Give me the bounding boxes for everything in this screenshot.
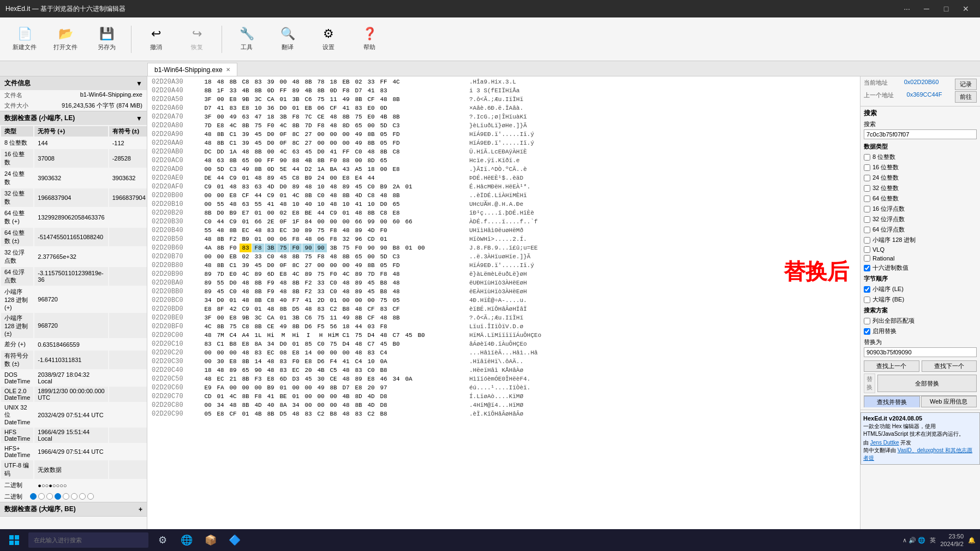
hex-byte[interactable]: 39 bbox=[240, 139, 252, 147]
hex-byte[interactable]: EC bbox=[277, 226, 289, 235]
hex-byte[interactable]: 0D bbox=[327, 86, 339, 95]
hex-byte[interactable]: 4C bbox=[240, 270, 252, 279]
hex-byte[interactable]: F7 bbox=[290, 296, 302, 305]
hex-byte[interactable]: 8B bbox=[340, 252, 352, 261]
hex-byte[interactable]: EB bbox=[340, 78, 352, 86]
hex-byte[interactable]: 00 bbox=[327, 139, 339, 147]
hex-row[interactable]: 02D20BF04C8B75C88BCE498BD6F556184403F8Lï… bbox=[147, 322, 860, 331]
hex-byte[interactable]: 41 bbox=[265, 392, 277, 401]
hex-byte[interactable]: 75 bbox=[315, 95, 327, 104]
hex-byte[interactable]: 75 bbox=[378, 296, 390, 305]
hex-byte[interactable]: C4 bbox=[227, 331, 239, 340]
hex-byte[interactable]: CF bbox=[365, 313, 377, 322]
toolbar-help[interactable]: ❓ 帮助 bbox=[350, 21, 389, 58]
hex-byte[interactable]: 48 bbox=[240, 279, 252, 287]
search-type-checkbox[interactable] bbox=[864, 206, 870, 212]
hex-byte[interactable]: F0 bbox=[227, 244, 239, 252]
hex-byte[interactable]: 9B bbox=[240, 95, 252, 104]
hex-byte[interactable]: B8 bbox=[390, 244, 402, 252]
hex-byte[interactable]: 00 bbox=[214, 191, 226, 200]
hex-row[interactable]: 02D20A503F00E89B3CCA013BC67511498BCF488B… bbox=[147, 95, 860, 104]
hex-byte[interactable]: 55 bbox=[214, 279, 226, 287]
hex-byte[interactable]: 89 bbox=[202, 279, 214, 287]
hex-byte[interactable]: 44 bbox=[252, 191, 264, 200]
hex-byte[interactable]: 8D bbox=[365, 156, 377, 165]
hex-byte[interactable]: 00 bbox=[340, 348, 352, 357]
search-input[interactable] bbox=[864, 129, 977, 139]
hex-byte[interactable]: 88 bbox=[340, 156, 352, 165]
hex-byte[interactable]: 3F bbox=[202, 112, 214, 121]
hex-byte[interactable]: 00 bbox=[327, 348, 339, 357]
hex-byte[interactable]: 00 bbox=[315, 348, 327, 357]
hex-byte[interactable]: C8 bbox=[290, 174, 302, 182]
minimize-button[interactable]: ─ bbox=[918, 2, 935, 15]
hex-byte[interactable]: 48 bbox=[202, 261, 214, 270]
hex-byte[interactable]: 65 bbox=[240, 366, 252, 375]
hex-byte[interactable]: 48 bbox=[202, 331, 214, 340]
hex-byte[interactable]: 45 bbox=[252, 139, 264, 147]
hex-byte[interactable]: 8B bbox=[365, 209, 377, 217]
hex-byte[interactable]: 7D bbox=[365, 270, 377, 279]
hex-byte[interactable]: 83 bbox=[265, 226, 277, 235]
hex-row[interactable]: 02D20B50488BF2B9010006F84806F83296CD01Hï… bbox=[147, 235, 860, 244]
hex-row[interactable]: 02D20C00487MC4A41LHiMHiIHHiMC175D448C745… bbox=[147, 331, 860, 340]
hex-byte[interactable]: 00 bbox=[327, 392, 339, 401]
hex-byte[interactable]: 89 bbox=[202, 287, 214, 296]
hex-byte[interactable]: 8B bbox=[252, 279, 264, 287]
hex-byte[interactable]: 8B bbox=[240, 357, 252, 366]
hex-byte[interactable]: 06 bbox=[315, 104, 327, 112]
hex-byte[interactable]: F0 bbox=[290, 244, 302, 252]
hex-byte[interactable]: E8 bbox=[227, 191, 239, 200]
hex-byte[interactable]: 00 bbox=[315, 139, 327, 147]
hex-byte[interactable]: 20 bbox=[302, 366, 314, 375]
hex-byte[interactable]: 05 bbox=[378, 261, 390, 270]
hex-byte[interactable]: 8B bbox=[390, 191, 402, 200]
hex-byte[interactable]: 1F bbox=[290, 217, 302, 226]
hex-byte[interactable]: 90 bbox=[252, 366, 264, 375]
hex-byte[interactable]: C7 bbox=[365, 340, 377, 348]
hex-byte[interactable]: 00 bbox=[352, 296, 364, 305]
hex-byte[interactable]: 89 bbox=[352, 287, 364, 296]
hex-byte[interactable]: 8B bbox=[277, 305, 289, 313]
hex-byte[interactable]: EC bbox=[290, 366, 302, 375]
hex-byte[interactable]: D0 bbox=[378, 200, 390, 209]
hex-byte[interactable]: 00 bbox=[240, 383, 252, 392]
search-checkbox-row[interactable]: 24 位整数 bbox=[864, 173, 977, 183]
hex-byte[interactable]: 48 bbox=[340, 366, 352, 375]
hex-byte[interactable]: CA bbox=[265, 95, 277, 104]
hex-row[interactable]: 02D20C60E9FA000000B9010000498BD7E82097éú… bbox=[147, 383, 860, 392]
hex-byte[interactable]: 44 bbox=[214, 217, 226, 226]
hex-byte[interactable]: 06 bbox=[277, 235, 289, 244]
hex-byte[interactable]: 03 bbox=[365, 322, 377, 331]
hex-row[interactable]: 02D20AF0C9014883634DD0894810488945C0B92A… bbox=[147, 182, 860, 191]
hex-byte[interactable]: 00 bbox=[302, 401, 314, 410]
hex-byte[interactable]: CF bbox=[327, 104, 339, 112]
hex-byte[interactable]: F3 bbox=[252, 375, 264, 383]
hex-byte[interactable]: 75 bbox=[315, 226, 327, 235]
hex-byte[interactable]: 83 bbox=[240, 182, 252, 191]
hex-byte[interactable]: D0 bbox=[277, 104, 289, 112]
hex-byte[interactable]: C0 bbox=[202, 217, 214, 226]
hex-row[interactable]: 02D20C800034488B4D408A34000000488B4DD8.4… bbox=[147, 401, 860, 410]
hex-byte[interactable]: 00 bbox=[227, 348, 239, 357]
hex-byte[interactable]: CF bbox=[227, 410, 239, 418]
hex-byte[interactable]: 89 bbox=[352, 270, 364, 279]
hex-byte[interactable]: FD bbox=[390, 130, 402, 139]
hex-byte[interactable]: E4 bbox=[352, 174, 364, 182]
hex-byte[interactable]: D5 bbox=[290, 305, 302, 313]
edge-icon[interactable]: 🌐 bbox=[177, 530, 196, 550]
hex-byte[interactable]: C0 bbox=[265, 252, 277, 261]
hex-byte[interactable]: 4D bbox=[265, 182, 277, 191]
hex-byte[interactable]: F0 bbox=[378, 226, 390, 235]
hex-byte[interactable]: 89 bbox=[252, 270, 264, 279]
search-checkbox-row[interactable]: 16 位浮点数 bbox=[864, 204, 977, 214]
hex-byte[interactable]: 48 bbox=[277, 252, 289, 261]
toolbar-saveas[interactable]: 💾 另存为 bbox=[87, 21, 126, 58]
hex-byte[interactable]: F9 bbox=[265, 279, 277, 287]
hex-byte[interactable]: 55 bbox=[214, 200, 226, 209]
search-type-checkbox[interactable] bbox=[864, 255, 870, 262]
hex-byte[interactable]: 05 bbox=[378, 130, 390, 139]
hex-byte[interactable]: 7D bbox=[214, 270, 226, 279]
hex-byte[interactable]: 10 bbox=[340, 200, 352, 209]
hex-byte[interactable]: 4B bbox=[302, 156, 314, 165]
